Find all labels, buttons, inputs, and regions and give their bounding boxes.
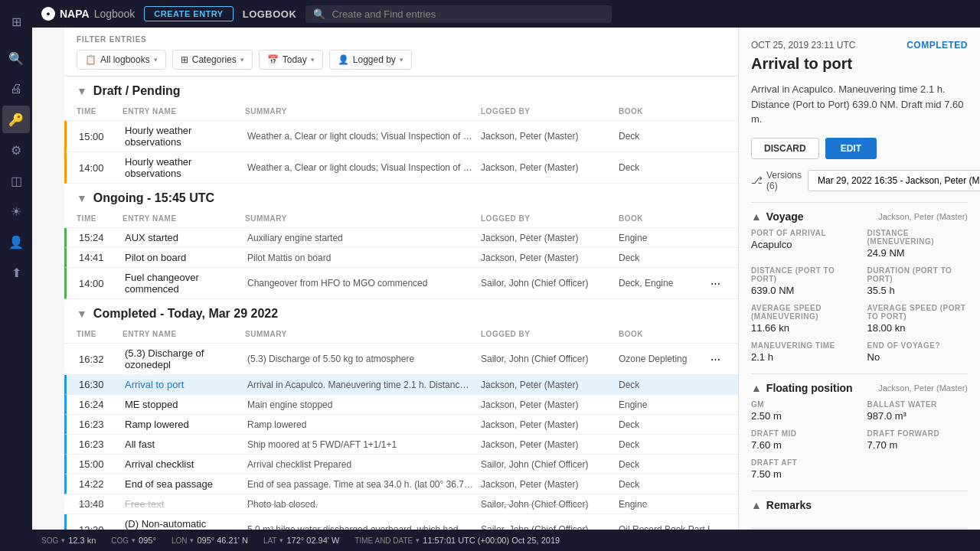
entry-name: Arrival checklist: [125, 458, 247, 470]
nav-layers-icon[interactable]: ◫: [2, 167, 30, 194]
chevron-down-icon-3: ▾: [311, 56, 315, 64]
table-row[interactable]: 15:00 Hourly weather observations Weathe…: [64, 121, 738, 152]
nav-sun-icon[interactable]: ☀: [2, 197, 30, 225]
avg-speed-man-label: AVERAGE SPEED (MANEUVERING): [751, 304, 852, 321]
nav-home-icon[interactable]: ⊞: [2, 8, 30, 35]
detail-date: OCT 25, 2019 23:11 UTC: [751, 40, 856, 51]
create-entry-button[interactable]: CREATE ENTRY: [144, 6, 233, 21]
table-row[interactable]: 16:30 Arrival to port Arrival in Acapulc…: [64, 375, 738, 395]
draft-aft-value: 7.50 m: [751, 468, 852, 480]
lat-value: 172° 02.94' W: [286, 536, 339, 545]
filter-logged-by[interactable]: 👤 Logged by ▾: [329, 50, 412, 70]
entry-time: 16:23: [79, 439, 125, 450]
distance-meneuvering-label: DISTANCE (MENEUVERING): [867, 229, 969, 246]
entry-name: Ramp lowered: [125, 419, 247, 430]
chevron-down-icon: ▾: [190, 536, 194, 544]
port-of-arrival-label: PORT OF ARRIVAL: [751, 229, 852, 237]
collapse-ongoing-icon: ▼: [77, 192, 87, 204]
maneuvering-time-value: 2.1 h: [751, 351, 852, 363]
end-of-voyage-value: No: [867, 351, 969, 363]
table-row[interactable]: 16:24 ME stopped Main engine stopped Jac…: [64, 395, 738, 415]
filter-label: FILTER ENTRIES: [77, 35, 726, 44]
versions-icon: ⎇: [751, 174, 763, 186]
entry-time: 16:32: [79, 354, 125, 365]
table-row[interactable]: 14:22 End of sea passage End of sea pass…: [64, 474, 738, 494]
nav-search-icon[interactable]: 🔍: [2, 44, 30, 72]
section-completed-header[interactable]: ▼ Completed - Today, Mar 29 2022: [64, 299, 738, 325]
sog-item[interactable]: SOG ▾ 12.3 kn: [41, 536, 96, 545]
floating-collapse-icon: ▲: [751, 382, 762, 394]
more-icon: ⋯: [710, 354, 726, 365]
nav-key-icon[interactable]: 🔑: [2, 106, 30, 133]
table-row[interactable]: 15:24 AUX started Auxiliary engine start…: [64, 228, 738, 248]
versions-label: ⎇ Versions (6): [751, 170, 802, 191]
chevron-down-icon: ▾: [132, 536, 136, 544]
sog-label: SOG: [41, 536, 58, 545]
discard-button[interactable]: DISCARD: [751, 138, 819, 159]
entry-name: ME stopped: [125, 399, 247, 410]
floating-section-header[interactable]: ▲ Floating position Jackson, Peter (Mast…: [751, 374, 968, 400]
cog-item[interactable]: COG ▾ 095°: [111, 536, 156, 545]
entry-summary: Ramp lowered: [247, 419, 481, 430]
table-row[interactable]: 14:00 Hourly weather observations Weathe…: [64, 152, 738, 184]
entry-summary: Pilot Mattis on board: [247, 253, 481, 263]
table-row[interactable]: 13:48 Free text Photo lab closed. Sailor…: [64, 494, 738, 514]
table-row[interactable]: 14:00 Fuel changeover commenced Changeov…: [64, 268, 738, 299]
avg-speed-man-value: 11.66 kn: [751, 322, 852, 334]
voyage-section: ▲ Voyage Jackson, Peter (Master) PORT OF…: [751, 202, 968, 363]
gm-label: GM: [751, 400, 852, 409]
completed-entries-table: TIME ENTRY NAME SUMMARY LOGGED BY BOOK 1…: [64, 325, 738, 546]
draft-fwd-value: 7.70 m: [867, 439, 969, 451]
maneuvering-time-label: MANEUVERING TIME: [751, 341, 852, 350]
remarks-header[interactable]: ▲ Remarks: [751, 491, 968, 517]
draft-entries-table: TIME ENTRY NAME SUMMARY LOGGED BY BOOK 1…: [64, 103, 738, 184]
filter-today[interactable]: 📅 Today ▾: [259, 50, 323, 70]
table-row[interactable]: 15:00 Arrival checklist Arrival checklis…: [64, 455, 738, 474]
draft-mid-value: 7.60 m: [751, 439, 852, 451]
entry-logged-by: Jackson, Peter (Master): [481, 131, 619, 142]
duration-port-label: DURATION (PORT TO PORT): [867, 266, 969, 283]
end-of-voyage-label: END OF VOYAGE?: [867, 341, 969, 350]
entry-logged-by: Sailor, John (Chief Officer): [481, 278, 619, 289]
edit-button[interactable]: EDIT: [825, 138, 877, 159]
detail-panel: OCT 25, 2019 23:11 UTC COMPLETED Arrival…: [738, 28, 980, 551]
gm-value: 2.50 m: [751, 410, 852, 422]
chevron-down-icon: ▾: [61, 536, 65, 544]
filter-all-logbooks[interactable]: 📋 All logbooks ▾: [77, 50, 166, 70]
floating-grid: GM 2.50 m BALLAST WATER 987.0 m³ DRAFT M…: [751, 400, 968, 480]
table-row[interactable]: 16:32 (5.3) Discharge of ozonedepl (5.3)…: [64, 344, 738, 375]
entry-time: 14:00: [79, 162, 125, 174]
distance-port-value: 639.0 NM: [751, 285, 852, 296]
detail-title: Arrival to port: [751, 55, 968, 73]
floating-section: ▲ Floating position Jackson, Peter (Mast…: [751, 373, 968, 480]
entries-scroll[interactable]: ▼ Draft / Pending TIME ENTRY NAME SUMMAR…: [64, 77, 738, 551]
voyage-section-header[interactable]: ▲ Voyage Jackson, Peter (Master): [751, 203, 968, 229]
versions-select[interactable]: Mar 29, 2022 16:35 - Jackson, Peter (Mas…: [808, 170, 980, 191]
table-row[interactable]: 16:23 Ramp lowered Ramp lowered Jackson,…: [64, 415, 738, 435]
table-row[interactable]: 14:41 Pilot on board Pilot Mattis on boa…: [64, 248, 738, 268]
chevron-down-icon-4: ▾: [400, 56, 403, 64]
detail-description: Arrival in Acapulco. Maneuvering time 2.…: [751, 82, 968, 127]
nav-export-icon[interactable]: ⬆: [2, 259, 30, 286]
versions-row: ⎇ Versions (6) Mar 29, 2022 16:35 - Jack…: [751, 170, 968, 191]
entry-summary: Arrival in Acapulco. Maneuvering time 2.…: [247, 380, 481, 390]
logbook-button[interactable]: LOGBOOK: [243, 8, 297, 20]
nav-print-icon[interactable]: 🖨: [2, 75, 30, 103]
lat-item[interactable]: LAT ▾ 172° 02.94' W: [263, 536, 339, 545]
table-row[interactable]: 16:23 All fast Ship moored at 5 FWD/AFT …: [64, 435, 738, 455]
avg-speed-man-field: AVERAGE SPEED (MANEUVERING) 11.66 kn: [751, 304, 852, 334]
cog-label: COG: [111, 536, 129, 545]
section-ongoing-header[interactable]: ▼ Ongoing - 15:45 UTC: [64, 184, 738, 210]
search-input[interactable]: [332, 8, 604, 20]
lon-item[interactable]: LON ▾ 095° 46.21' N: [172, 536, 248, 545]
nav-person-icon[interactable]: 👤: [2, 228, 30, 256]
today-label: Today: [283, 54, 307, 65]
nav-gear-icon[interactable]: ⚙: [2, 136, 30, 164]
time-item[interactable]: TIME AND DATE ▾ 11:57:01 UTC (+00:00) Oc…: [354, 536, 560, 545]
section-ongoing-title: Ongoing - 15:45 UTC: [93, 191, 214, 205]
lon-value: 095° 46.21' N: [197, 536, 247, 545]
draft-mid-label: DRAFT MID: [751, 429, 852, 438]
section-draft-header[interactable]: ▼ Draft / Pending: [64, 77, 738, 103]
app-sub: Logbook: [94, 8, 136, 20]
filter-categories[interactable]: ⊞ Categories ▾: [172, 50, 253, 70]
